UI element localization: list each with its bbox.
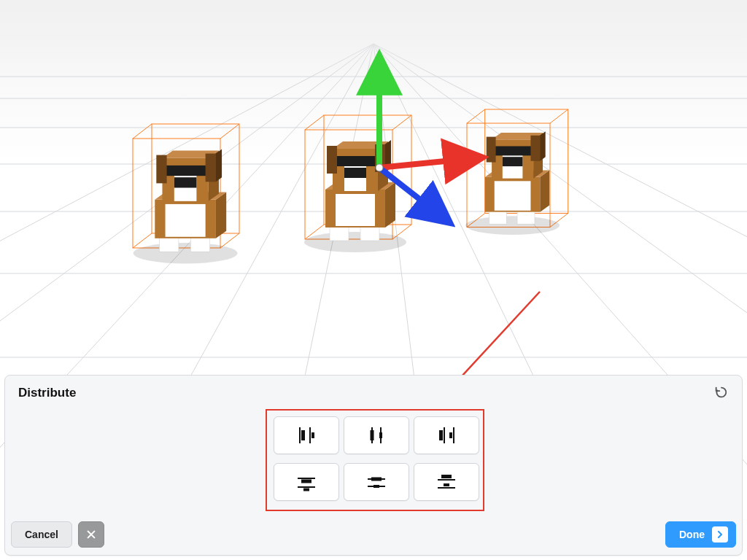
undo-icon <box>713 384 729 400</box>
panel-footer: Cancel Done <box>5 514 742 555</box>
distribute-panel: Distribute <box>4 375 743 556</box>
viewport-3d[interactable]: Distribute <box>0 0 747 560</box>
svg-rect-68 <box>444 483 449 486</box>
distribute-horizontal-center[interactable] <box>344 416 409 454</box>
svg-line-44 <box>452 292 540 386</box>
distribute-button-grid <box>274 416 479 501</box>
done-label: Done <box>679 529 705 540</box>
distribute-vertical-center-icon <box>364 472 389 492</box>
cancel-button[interactable]: Cancel <box>11 521 72 548</box>
svg-rect-58 <box>301 480 311 483</box>
distribute-horizontal-right-icon <box>434 425 459 446</box>
svg-rect-62 <box>371 478 382 481</box>
distribute-horizontal-right[interactable] <box>414 416 479 454</box>
distribute-horizontal-left-icon <box>294 425 319 446</box>
svg-rect-48 <box>311 432 314 438</box>
svg-rect-54 <box>439 430 443 440</box>
svg-rect-66 <box>441 475 452 478</box>
voxel-dog[interactable] <box>465 131 560 235</box>
distribute-vertical-top-icon <box>294 472 319 492</box>
svg-rect-52 <box>379 432 382 438</box>
svg-rect-39 <box>0 0 747 80</box>
panel-title: Distribute <box>18 386 729 400</box>
svg-rect-64 <box>374 485 379 488</box>
distribute-vertical-center[interactable] <box>344 463 409 501</box>
svg-rect-50 <box>371 430 374 440</box>
voxel-dog[interactable] <box>304 140 406 252</box>
svg-point-43 <box>376 164 383 171</box>
distribute-horizontal-left[interactable] <box>274 416 339 454</box>
svg-rect-56 <box>449 432 452 438</box>
done-button[interactable]: Done <box>665 521 736 548</box>
close-button[interactable] <box>78 521 104 548</box>
close-icon <box>86 529 96 540</box>
svg-rect-60 <box>303 489 309 491</box>
distribute-vertical-bottom[interactable] <box>414 463 479 501</box>
annotation-arrow <box>452 292 540 386</box>
distribute-vertical-bottom-icon <box>434 472 459 492</box>
chevron-right-icon <box>712 526 728 542</box>
svg-rect-46 <box>301 430 305 440</box>
distribute-vertical-top[interactable] <box>274 463 339 501</box>
voxel-dog[interactable] <box>133 149 238 263</box>
distribute-horizontal-center-icon <box>364 425 389 446</box>
undo-button[interactable] <box>711 383 732 403</box>
